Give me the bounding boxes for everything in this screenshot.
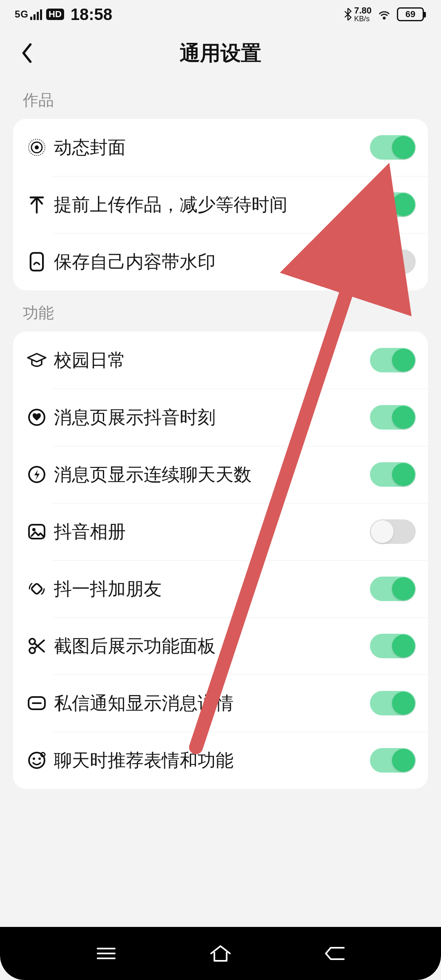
row-label: 校园日常 [51,348,370,372]
chevron-left-icon [21,43,33,63]
row-label: 消息页展示抖音时刻 [51,405,370,430]
network-indicator: 5G [15,9,42,20]
svg-point-13 [29,753,45,768]
svg-point-14 [33,757,35,760]
target-icon [23,138,51,157]
row-label: 抖音相册 [51,520,370,544]
status-right: 7.80 KB/s 69 [343,6,424,22]
bolt-circle-icon [23,465,51,484]
row-screenshot-panel[interactable]: 截图后展示功能面板 [13,617,428,675]
toggle-emoji-suggest[interactable] [370,748,416,773]
row-label: 动态封面 [51,136,370,160]
back-button[interactable] [15,41,39,65]
row-label: 抖一抖加朋友 [51,577,370,601]
section-label-works: 作品 [13,78,428,119]
row-dm-detail[interactable]: 私信通知显示消息详情 [13,675,428,732]
battery-indicator: 69 [397,7,424,21]
message-detail-icon [23,695,51,712]
home-icon [209,944,232,963]
card-functions: 校园日常 消息页展示抖音时刻 消息页显示连续聊天天数 抖音相册 [13,332,428,789]
row-campus[interactable]: 校园日常 [13,332,428,389]
back-nav-icon [323,944,346,962]
upload-arrow-icon [23,195,51,214]
row-label: 消息页显示连续聊天天数 [51,463,370,487]
signal-bars-icon [30,9,42,20]
nav-back-button[interactable] [318,937,351,970]
toggle-douyin-moments[interactable] [370,405,416,430]
toggle-screenshot-panel[interactable] [370,634,416,658]
photo-save-icon [23,251,51,272]
svg-point-2 [35,145,39,149]
row-dynamic-cover[interactable]: 动态封面 [13,119,428,176]
toggle-watermark[interactable] [370,249,416,274]
svg-rect-3 [31,253,43,270]
emoji-icon [23,751,51,770]
svg-point-7 [32,528,36,531]
hd-badge: HD [46,9,64,20]
row-label: 保存自己内容带水印 [51,250,370,274]
row-preupload[interactable]: 提前上传作品，减少等待时间 [13,176,428,233]
bluetooth-icon [343,8,352,20]
app-header: 通用设置 [0,29,441,78]
page-title: 通用设置 [180,40,261,67]
toggle-preupload[interactable] [370,192,416,217]
row-douyin-moments[interactable]: 消息页展示抖音时刻 [13,389,428,446]
row-chat-streak[interactable]: 消息页显示连续聊天天数 [13,446,428,503]
bluetooth-rate: 7.80 KB/s [343,6,372,22]
row-label: 聊天时推荐表情和功能 [51,748,370,773]
android-nav-bar [0,927,441,980]
svg-rect-8 [31,583,42,595]
section-label-functions: 功能 [13,290,428,332]
status-clock: 18:58 [71,5,112,24]
toggle-dynamic-cover[interactable] [370,135,416,160]
toggle-douyin-album[interactable] [370,519,416,544]
rotate-icon [23,579,51,599]
svg-point-15 [38,757,41,760]
scissors-icon [23,636,51,656]
toggle-shake-friend[interactable] [370,577,416,601]
settings-content: 作品 动态封面 提前上传作品，减少等待时间 保存自己内容带水印 功能 [0,78,441,927]
heart-circle-icon [23,408,51,427]
recent-icon [95,945,117,962]
toggle-chat-streak[interactable] [370,462,416,487]
row-watermark[interactable]: 保存自己内容带水印 [13,233,428,290]
status-left: 5G HD 18:58 [15,5,112,24]
row-douyin-album[interactable]: 抖音相册 [13,503,428,560]
wifi-icon [377,9,391,20]
graduation-cap-icon [23,351,51,369]
row-shake-friend[interactable]: 抖一抖加朋友 [13,560,428,617]
status-bar: 5G HD 18:58 7.80 KB/s 69 [0,0,441,29]
row-emoji-suggest[interactable]: 聊天时推荐表情和功能 [13,732,428,789]
row-label: 提前上传作品，减少等待时间 [51,193,370,217]
card-works: 动态封面 提前上传作品，减少等待时间 保存自己内容带水印 [13,119,428,290]
toggle-dm-detail[interactable] [370,691,416,715]
nav-recent-button[interactable] [90,937,122,970]
toggle-campus[interactable] [370,348,416,372]
row-label: 私信通知显示消息详情 [51,691,370,715]
nav-home-button[interactable] [204,937,237,970]
image-icon [23,523,51,541]
row-label: 截图后展示功能面板 [51,634,370,658]
